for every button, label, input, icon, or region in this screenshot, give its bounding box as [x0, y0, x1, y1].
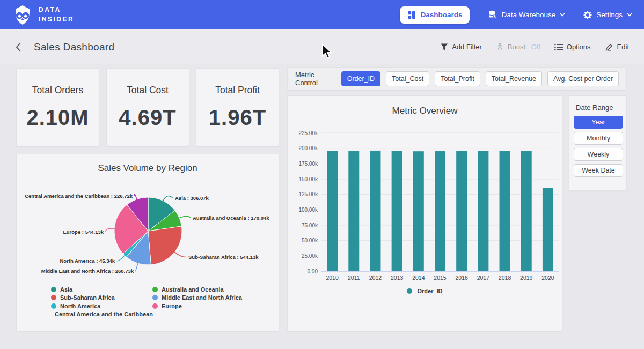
legend-label: Middle East and North Africa — [162, 294, 242, 301]
legend-label: Asia — [60, 286, 72, 293]
chevron-down-icon — [627, 13, 632, 17]
brand[interactable]: DATA INSIDER — [12, 4, 74, 26]
bar-2011 — [348, 151, 359, 271]
kpi-value: 4.69T — [119, 106, 176, 130]
pie-chart-title: Sales Volume by Region — [17, 154, 279, 174]
legend-label: Central America and the Caribbean — [55, 311, 153, 317]
bar-2013 — [392, 151, 402, 271]
pie-legend-item: Middle East and North Africa — [152, 294, 242, 302]
pie-legend-item: Europe — [152, 302, 242, 310]
legend-dot — [51, 303, 56, 309]
bar-2019 — [521, 151, 532, 271]
nav-dashboards-button[interactable]: Dashboards — [400, 6, 470, 24]
boost-state: Off — [531, 43, 540, 51]
pie-legend-item: Asia — [51, 285, 152, 294]
boost-toggle[interactable]: Boost: Off — [496, 43, 540, 51]
metric-option-order-id[interactable]: Order_ID — [341, 71, 380, 86]
rocket-icon — [496, 43, 504, 51]
add-filter-button[interactable]: Add Filter — [440, 43, 482, 51]
metric-option-total-revenue[interactable]: Total_Revenue — [486, 71, 542, 86]
legend-dot — [51, 287, 56, 292]
svg-text:Australia and Oceania : 170.04: Australia and Oceania : 170.04k — [193, 215, 269, 221]
nav-settings-button[interactable]: Settings — [583, 11, 632, 19]
options-button[interactable]: Options — [554, 43, 591, 51]
bar-2018 — [500, 151, 510, 271]
bar-2010 — [327, 151, 338, 271]
bar-2016 — [456, 151, 467, 271]
svg-text:2015: 2015 — [434, 274, 447, 281]
legend-label: North America — [60, 303, 100, 309]
date-range-option-monthly[interactable]: Monthly — [574, 132, 623, 145]
pie-chart-card: Sales Volume by Region Asia : 306.07kAus… — [16, 154, 279, 331]
database-icon — [488, 10, 497, 19]
nav-settings-label: Settings — [596, 11, 623, 19]
svg-text:200.00k: 200.00k — [298, 145, 318, 151]
bar-chart-title: Metric Overview — [288, 96, 562, 116]
kpi-card: Total Cost 4.69T — [106, 68, 189, 146]
svg-text:2014: 2014 — [412, 274, 425, 281]
svg-text:50.00k: 50.00k — [302, 237, 318, 243]
options-list-icon — [554, 43, 563, 51]
date-range-option-year[interactable]: Year — [574, 116, 623, 129]
pie-legend-item: Sub-Saharan Africa — [51, 294, 152, 302]
pie-legend-item: Australia and Oceania — [152, 285, 242, 294]
bar-2014 — [413, 151, 424, 271]
back-button[interactable] — [15, 42, 22, 53]
svg-text:2019: 2019 — [520, 274, 533, 281]
nav-dashboards-label: Dashboards — [420, 11, 462, 19]
svg-text:2013: 2013 — [391, 274, 404, 281]
svg-text:2017: 2017 — [477, 274, 490, 281]
svg-text:North America : 45.34k: North America : 45.34k — [60, 258, 115, 264]
svg-text:2018: 2018 — [499, 274, 511, 281]
nav-data-warehouse-button[interactable]: Data Warehouse — [488, 10, 565, 19]
kpi-value: 1.96T — [209, 106, 266, 130]
svg-text:100.00k: 100.00k — [298, 207, 318, 213]
mouse-cursor — [321, 43, 333, 60]
svg-text:225.00k: 225.00k — [298, 130, 318, 136]
metric-option-total-cost[interactable]: Total_Cost — [386, 71, 429, 86]
date-range-option-week-date[interactable]: Week Date — [574, 164, 623, 177]
date-range-card: Date Range YearMonthlyWeeklyWeek Date — [569, 95, 627, 191]
kpi-card: Total Orders 2.10M — [16, 68, 99, 146]
svg-text:2011: 2011 — [348, 274, 360, 281]
legend-dot — [51, 295, 56, 300]
top-navbar: DATA INSIDER Dashboards Data Warehouse — [0, 0, 644, 29]
filter-funnel-icon — [440, 43, 448, 51]
svg-text:0.00: 0.00 — [308, 269, 318, 274]
legend-dot — [152, 287, 158, 292]
kpi-value: 2.10M — [26, 106, 89, 130]
metric-option-total-profit[interactable]: Total_Profit — [435, 71, 480, 86]
pie-legend-item: North America — [51, 302, 152, 310]
svg-text:125.00k: 125.00k — [298, 191, 318, 197]
metric-control-strip: Metric Control Order_IDTotal_CostTotal_P… — [287, 67, 627, 90]
bar-2017 — [478, 151, 488, 271]
svg-text:2016: 2016 — [456, 274, 469, 281]
gear-icon — [583, 11, 592, 19]
bar-2020 — [543, 188, 553, 271]
nav-data-warehouse-label: Data Warehouse — [501, 11, 555, 19]
kpi-label: Total Profit — [215, 85, 260, 96]
svg-text:175.00k: 175.00k — [298, 161, 318, 167]
svg-text:150.00k: 150.00k — [298, 176, 318, 182]
edit-button[interactable]: Edit — [605, 43, 629, 51]
legend-label: Europe — [162, 303, 182, 309]
chevron-down-icon — [560, 13, 565, 17]
svg-text:Asia : 306.07k: Asia : 306.07k — [175, 195, 209, 201]
metric-control-label: Metric Control — [295, 71, 334, 87]
bar-chart: 225.00k200.00k175.00k150.00k125.00k100.0… — [288, 117, 562, 284]
bar-chart-card: Metric Overview 225.00k200.00k175.00k150… — [287, 95, 562, 331]
kpi-card: Total Profit 1.96T — [196, 68, 279, 146]
pie-legend-item: Central America and the Caribbean — [51, 310, 152, 319]
legend-dot — [152, 295, 158, 300]
dashboards-grid-icon — [407, 11, 416, 19]
date-range-label: Date Range — [576, 103, 622, 112]
svg-text:2010: 2010 — [326, 274, 339, 281]
pie-chart: Asia : 306.07kAustralia and Oceania : 17… — [17, 179, 280, 286]
legend-label: Order_ID — [417, 288, 442, 294]
metric-option-avg-cost-per-order[interactable]: Avg. Cost per Order — [547, 71, 619, 86]
brand-text: DATA INSIDER — [39, 5, 74, 24]
date-range-option-weekly[interactable]: Weekly — [574, 148, 623, 161]
svg-text:2012: 2012 — [369, 274, 382, 281]
bar-2015 — [435, 151, 445, 271]
owl-logo-icon — [12, 4, 33, 26]
